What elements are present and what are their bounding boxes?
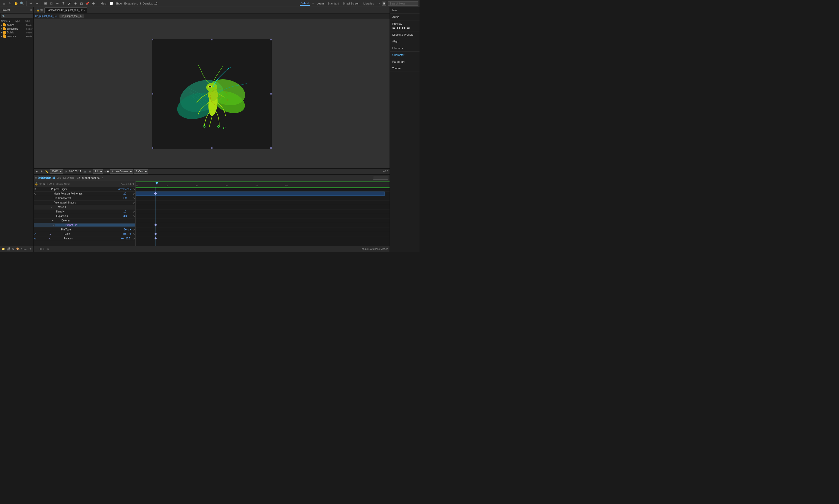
panel-item-align[interactable]: Align — [390, 38, 420, 45]
layer-value-pin-type[interactable]: Bend ▾ — [123, 228, 132, 231]
layer-mesh-rotation[interactable]: ⊙ Mesh Rotation Refinement 20 ⊙ — [34, 192, 135, 196]
layer-puppet-pin-5[interactable]: ▼ Puppet Pin 5 — [34, 223, 135, 228]
new-item-icon[interactable]: 🎬 — [6, 247, 11, 251]
region-icon[interactable]: ⊡ — [64, 170, 67, 173]
stopwatch-scale[interactable]: ⏱ — [34, 233, 36, 235]
grid-view-icon[interactable]: ⊞ — [88, 170, 92, 173]
layer-pin-type[interactable]: Pin Type Bend ▾ ⊙ — [34, 228, 135, 232]
footer-icon-1[interactable]: ↔ — [35, 248, 38, 251]
footer-icon-4[interactable]: ◇ — [47, 247, 49, 251]
search-tool-icon[interactable]: ⊙ — [91, 1, 96, 6]
vis-icon[interactable]: 👁 — [34, 188, 37, 191]
panel-item-effects[interactable]: Effects & Presets — [390, 32, 420, 38]
rulers-icon[interactable]: 📏 — [45, 170, 49, 173]
brush-icon[interactable]: 🖌 — [67, 1, 72, 6]
tl-eye-icon[interactable]: 👁 — [39, 183, 42, 185]
timeline-search[interactable] — [373, 176, 388, 180]
chevron-deform[interactable]: ▼ — [49, 219, 54, 222]
project-item-solids[interactable]: ▶ Solids Folder — [0, 31, 33, 34]
search-input[interactable] — [388, 1, 418, 6]
chevron-sources[interactable]: ▶ — [1, 35, 2, 37]
preview-prev-icon[interactable]: ◀ — [396, 26, 398, 30]
camera-select[interactable]: Active Camera — [110, 169, 133, 174]
panel-item-preview[interactable]: Preview ⏮ ◀ ▶ ▶▶ ⏭ — [390, 20, 420, 32]
preview-end-icon[interactable]: ⏭ — [407, 26, 410, 30]
chevron-pin5[interactable]: ▼ — [49, 224, 55, 227]
workspace-menu-icon[interactable]: ≡ — [312, 2, 314, 5]
tl-label-icon[interactable]: 🏷 — [49, 183, 52, 185]
workspace-default[interactable]: Default — [299, 1, 310, 6]
chevron-comps[interactable]: ▶ — [1, 24, 2, 26]
color-icon[interactable]: 🎨 — [16, 247, 20, 251]
comp-tab-menu[interactable]: ≡ — [84, 9, 85, 12]
layer-keyframe-icon-7[interactable]: ⊙ — [132, 229, 135, 231]
layer-value-puppet-engine[interactable]: Advanced ▾ — [117, 188, 132, 191]
hand-tool-icon[interactable]: ✋ — [14, 1, 18, 6]
timeline-menu-icon[interactable]: ≡ — [102, 176, 103, 179]
project-search[interactable]: 🔍 — [1, 14, 32, 18]
preview-play-icon[interactable]: ▶ — [399, 26, 401, 30]
mesh-show-checkbox[interactable] — [109, 2, 113, 5]
panel-item-info[interactable]: Info — [390, 7, 420, 14]
quality-select[interactable]: Full — [93, 169, 103, 174]
composition-viewer[interactable] — [34, 19, 390, 168]
comp-tab-main[interactable]: Composition 02_puppet_tool_02 ≡ — [45, 7, 87, 13]
footer-icon-2[interactable]: ⊞ — [39, 247, 42, 251]
chevron-mesh1[interactable]: ▼ — [49, 206, 53, 209]
panel-item-character[interactable]: Character — [390, 52, 420, 58]
layer-keyframe-icon-3[interactable]: ⊙ — [132, 197, 135, 199]
tl-solo-icon[interactable]: ◉ — [43, 182, 46, 185]
zoom-tool-icon[interactable]: 🔍 — [19, 1, 24, 6]
layer-density[interactable]: Density 10 ⊙ — [34, 210, 135, 214]
panel-item-audio[interactable]: Audio — [390, 14, 420, 20]
new-folder-icon[interactable]: 📁 — [1, 247, 5, 251]
tl-null-icon[interactable]: ○ — [47, 183, 48, 185]
select-tool-icon[interactable]: ↖ — [7, 1, 13, 6]
panel-item-paragraph[interactable]: Paragraph — [390, 58, 420, 65]
panel-item-libraries[interactable]: Libraries — [390, 45, 420, 52]
pen-icon[interactable]: ✒ — [55, 1, 60, 6]
layer-puppet-engine[interactable]: 👁 Puppet Engine Advanced ▾ ⊙ — [34, 187, 135, 192]
puppet-tool-icon[interactable]: 📌 — [85, 1, 90, 6]
preview-next-icon[interactable]: ▶▶ — [402, 26, 406, 30]
chevron-solids[interactable]: ▶ — [1, 32, 2, 34]
stopwatch-rotation[interactable]: ⏱ — [34, 237, 36, 240]
chevron-precomps[interactable]: ▶ — [1, 28, 2, 30]
layer-keyframe-icon-4[interactable]: ⊙ — [132, 201, 135, 204]
vis-icon-2[interactable]: ⊙ — [34, 192, 36, 195]
timeline-ruler[interactable]: 0s 1s 2s 3s 4s 5s — [136, 181, 390, 187]
shape-icon[interactable]: □ — [49, 1, 54, 6]
overflow-icon[interactable]: >> — [377, 2, 380, 5]
layer-mesh-1[interactable]: ▼ Mesh 1 — [34, 205, 135, 210]
close-comp-icon[interactable]: × — [35, 9, 36, 12]
text-icon[interactable]: T — [61, 1, 66, 6]
view-select[interactable]: 1 View — [134, 169, 148, 174]
stamp-icon[interactable]: ◈ — [73, 1, 78, 6]
layer-keyframe-icon-8[interactable]: ⊙ — [132, 233, 135, 235]
layer-keyframe-icon[interactable]: ⊙ — [132, 188, 135, 191]
redo-icon[interactable]: ↪ — [34, 1, 39, 6]
project-menu-icon[interactable]: ≡ — [31, 8, 32, 12]
workspace-learn[interactable]: Learn — [316, 1, 325, 5]
layer-auto-traced[interactable]: Auto-traced Shapes ⊙ — [34, 200, 135, 205]
project-item-precomps[interactable]: ▶ precomps Folder — [0, 27, 33, 31]
grid-icon[interactable]: ⊞ — [43, 1, 48, 6]
breadcrumb-parent[interactable]: 02_puppet_tool_04 — [35, 15, 57, 17]
project-item-comps[interactable]: ▶ comps Folder — [0, 23, 33, 27]
layer-rotation[interactable]: ⏱ ∿ Rotation 0x -23.5° ⊙ — [34, 236, 135, 241]
layer-deform[interactable]: ▼ Deform — [34, 218, 135, 223]
undo-icon[interactable]: ↩ — [28, 1, 33, 6]
layer-on-transparent[interactable]: On Transparent Off ⊙ — [34, 196, 135, 200]
footer-icon-3[interactable]: ⊙ — [43, 247, 46, 251]
layer-keyframe-icon-9[interactable]: ⊙ — [132, 237, 135, 240]
trash-icon[interactable]: 🗑 — [29, 247, 32, 251]
tl-num-icon[interactable]: # — [53, 183, 54, 185]
eraser-icon[interactable]: ◻ — [79, 1, 84, 6]
workspace-standard[interactable]: Standard — [327, 1, 340, 5]
home-tool-icon[interactable]: ⌂ — [1, 1, 6, 6]
toggle-switches-label[interactable]: Toggle Switches / Modes — [360, 248, 388, 250]
layer-keyframe-icon-2[interactable]: ⊙ — [132, 193, 135, 195]
settings-icon[interactable]: ⚙ — [12, 247, 15, 251]
layer-scale[interactable]: ⏱ ∿ Scale 100.0% ⊙ — [34, 232, 135, 236]
comp-settings-icon[interactable]: ⚙ — [40, 170, 44, 173]
